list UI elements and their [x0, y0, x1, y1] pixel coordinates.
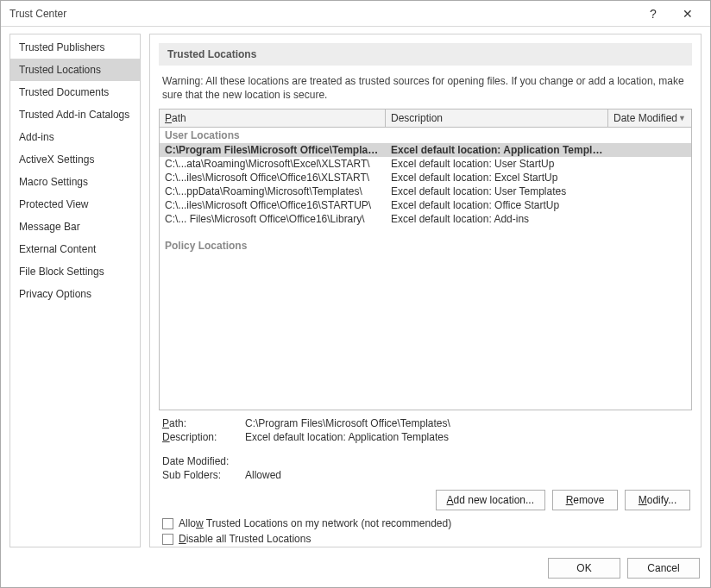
- category-sidebar: Trusted Publishers Trusted Locations Tru…: [9, 34, 141, 547]
- disable-all-row[interactable]: Disable all Trusted Locations: [162, 533, 689, 545]
- cell-date: [608, 143, 691, 157]
- disable-all-label: Disable all Trusted Locations: [179, 533, 311, 545]
- detail-path-label: Path:: [162, 417, 245, 429]
- detail-date-value: [245, 455, 689, 467]
- sidebar-item-trusted-addin-catalogs[interactable]: Trusted Add-in Catalogs: [10, 103, 140, 126]
- group-policy-locations: Policy Locations: [160, 238, 691, 253]
- cell-description: Excel default location: User Templates: [386, 185, 608, 198]
- sidebar-item-trusted-publishers[interactable]: Trusted Publishers: [10, 36, 140, 59]
- close-button[interactable]: ✕: [670, 2, 705, 26]
- cell-path: C:\... Files\Microsoft Office\Office16\L…: [160, 212, 386, 226]
- cell-path: C:\...ata\Roaming\Microsoft\Excel\XLSTAR…: [160, 157, 386, 171]
- cell-date: [608, 185, 691, 198]
- table-row[interactable]: C:\...ppData\Roaming\Microsoft\Templates…: [160, 185, 691, 198]
- ok-button[interactable]: OK: [548, 558, 620, 579]
- sidebar-item-activex-settings[interactable]: ActiveX Settings: [10, 148, 140, 171]
- add-new-location-button[interactable]: Add new location...: [436, 490, 545, 510]
- allow-network-row[interactable]: Allow Trusted Locations on my network (n…: [162, 517, 689, 529]
- cell-description: Excel default location: Application Temp…: [386, 143, 608, 157]
- disable-all-checkbox[interactable]: [162, 534, 173, 545]
- table-row[interactable]: C:\...iles\Microsoft Office\Office16\XLS…: [160, 171, 691, 185]
- table-row[interactable]: C:\...ata\Roaming\Microsoft\Excel\XLSTAR…: [160, 157, 691, 171]
- table-row[interactable]: C:\...iles\Microsoft Office\Office16\STA…: [160, 198, 691, 212]
- detail-subfolders-label: Sub Folders:: [162, 469, 245, 481]
- titlebar: Trust Center ? ✕: [1, 1, 710, 27]
- detail-path-value: C:\Program Files\Microsoft Office\Templa…: [245, 417, 689, 429]
- sidebar-item-addins[interactable]: Add-ins: [10, 126, 140, 148]
- cell-path: C:\...ppData\Roaming\Microsoft\Templates…: [160, 185, 386, 198]
- cell-path: C:\Program Files\Microsoft Office\Templa…: [160, 143, 386, 157]
- detail-date-label: Date Modified:: [162, 455, 245, 467]
- cell-date: [608, 171, 691, 185]
- allow-network-checkbox[interactable]: [162, 518, 173, 529]
- location-actions: Add new location... Remove Modify...: [160, 490, 690, 510]
- details-pane: Path: C:\Program Files\Microsoft Office\…: [162, 417, 689, 481]
- table-row[interactable]: C:\Program Files\Microsoft Office\Templa…: [160, 143, 691, 157]
- remove-button[interactable]: Remove: [552, 490, 618, 510]
- modify-button[interactable]: Modify...: [625, 490, 690, 510]
- sidebar-item-protected-view[interactable]: Protected View: [10, 193, 140, 216]
- sort-indicator-icon: ▼: [678, 114, 686, 122]
- cell-date: [608, 157, 691, 171]
- cell-date: [608, 198, 691, 212]
- sidebar-item-external-content[interactable]: External Content: [10, 238, 140, 260]
- grid-header: Path Description Date Modified ▼: [160, 109, 691, 128]
- cell-description: Excel default location: User StartUp: [386, 157, 608, 171]
- column-header-date-modified[interactable]: Date Modified ▼: [608, 109, 691, 127]
- column-header-path[interactable]: Path: [160, 109, 386, 127]
- allow-network-label: Allow Trusted Locations on my network (n…: [179, 517, 451, 529]
- cell-path: C:\...iles\Microsoft Office\Office16\XLS…: [160, 171, 386, 185]
- cell-description: Excel default location: Add-ins: [386, 212, 608, 226]
- warning-text: Warning: All these locations are treated…: [162, 74, 689, 102]
- group-user-locations: User Locations: [160, 128, 691, 143]
- dialog-footer: OK Cancel: [1, 551, 710, 587]
- cancel-button[interactable]: Cancel: [627, 558, 700, 579]
- sidebar-item-macro-settings[interactable]: Macro Settings: [10, 171, 140, 193]
- grid-body[interactable]: User Locations C:\Program Files\Microsof…: [160, 128, 691, 410]
- locations-grid: Path Description Date Modified ▼ User Lo…: [159, 109, 692, 410]
- column-header-date-label: Date Modified: [613, 112, 677, 124]
- window-title: Trust Center: [9, 8, 636, 20]
- section-heading: Trusted Locations: [159, 43, 692, 66]
- cell-date: [608, 212, 691, 226]
- dialog-body: Trusted Publishers Trusted Locations Tru…: [1, 27, 710, 551]
- help-button[interactable]: ?: [636, 2, 670, 26]
- sidebar-item-trusted-documents[interactable]: Trusted Documents: [10, 81, 140, 103]
- cell-description: Excel default location: Office StartUp: [386, 198, 608, 212]
- sidebar-item-message-bar[interactable]: Message Bar: [10, 216, 140, 238]
- column-header-description[interactable]: Description: [386, 109, 608, 127]
- sidebar-item-file-block-settings[interactable]: File Block Settings: [10, 260, 140, 283]
- sidebar-item-privacy-options[interactable]: Privacy Options: [10, 283, 140, 305]
- detail-description-value: Excel default location: Application Temp…: [245, 431, 689, 443]
- detail-description-label: Description:: [162, 431, 245, 443]
- detail-subfolders-value: Allowed: [245, 469, 689, 481]
- cell-path: C:\...iles\Microsoft Office\Office16\STA…: [160, 198, 386, 212]
- cell-description: Excel default location: Excel StartUp: [386, 171, 608, 185]
- sidebar-item-trusted-locations[interactable]: Trusted Locations: [10, 59, 140, 81]
- main-panel: Trusted Locations Warning: All these loc…: [149, 34, 702, 547]
- table-row[interactable]: C:\... Files\Microsoft Office\Office16\L…: [160, 212, 691, 226]
